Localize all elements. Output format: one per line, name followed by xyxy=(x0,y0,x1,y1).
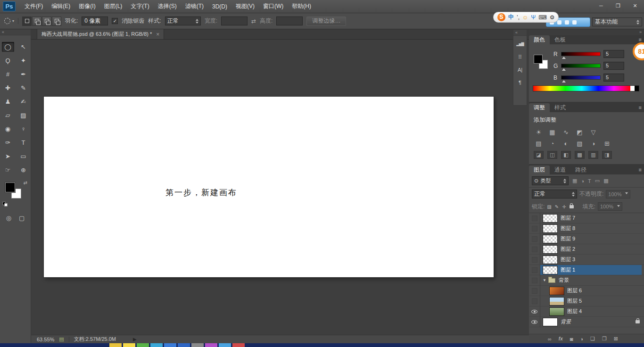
lock-all-icon[interactable] xyxy=(570,205,574,208)
levels-icon[interactable]: ▦ xyxy=(547,128,557,136)
blur-tool[interactable]: ◉ xyxy=(2,124,14,134)
clone-stamp-tool[interactable]: ♟ xyxy=(2,97,14,107)
ime-settings-icon[interactable]: ⚙ xyxy=(550,14,555,21)
layer-row[interactable]: 图层 2 xyxy=(529,244,644,255)
visibility-toggle[interactable] xyxy=(529,317,540,327)
taskbar-app-icon[interactable] xyxy=(150,343,163,347)
visibility-toggle[interactable] xyxy=(529,223,540,234)
visibility-toggle[interactable] xyxy=(529,265,540,275)
width-input[interactable] xyxy=(221,17,248,25)
status-expand-arrow[interactable]: ▶ xyxy=(133,337,137,342)
spectrum-gradient[interactable] xyxy=(533,86,630,91)
channel-mixer-icon[interactable]: ◑ xyxy=(588,140,598,148)
eraser-tool[interactable]: ▱ xyxy=(2,110,14,120)
spectrum-black[interactable] xyxy=(635,86,639,91)
tab-swatches[interactable]: 色板 xyxy=(550,35,570,44)
visibility-toggle[interactable] xyxy=(529,306,540,317)
elliptical-marquee-tool[interactable]: ◯ xyxy=(2,42,14,52)
menu-filter[interactable]: 滤镜(T) xyxy=(181,0,208,13)
screen-mode-button[interactable]: ▢ xyxy=(19,215,25,222)
lasso-tool[interactable]: Ϙ xyxy=(2,56,14,66)
photo-filter-icon[interactable]: ▧ xyxy=(575,140,585,148)
blue-slider[interactable] xyxy=(561,75,601,80)
intersect-selection-button[interactable] xyxy=(52,17,61,26)
layer-thumbnail[interactable] xyxy=(543,256,558,264)
hand-tool[interactable]: ☞ xyxy=(2,165,14,175)
color-lookup-icon[interactable]: ⊞ xyxy=(602,140,612,148)
pen-tool[interactable]: ✑ xyxy=(2,138,14,148)
taskbar-app-icon[interactable] xyxy=(164,343,176,347)
menu-layer[interactable]: 图层(L) xyxy=(100,0,127,13)
menu-type[interactable]: 文字(T) xyxy=(126,0,153,13)
gradient-tool[interactable]: ▨ xyxy=(17,110,30,120)
new-layer-icon[interactable]: ❐ xyxy=(602,336,607,342)
dock-collapse[interactable]: « xyxy=(513,30,527,36)
filter-adjustment-layers-icon[interactable]: ◑ xyxy=(581,178,584,184)
group-expand-caret-icon[interactable]: ▼ xyxy=(543,278,546,282)
sogou-logo[interactable]: S xyxy=(497,13,505,21)
layer-thumbnail[interactable] xyxy=(549,307,564,316)
filter-type-layers-icon[interactable]: T xyxy=(588,178,591,184)
panel-menu-icon[interactable]: ≡ xyxy=(639,37,642,42)
visibility-toggle[interactable] xyxy=(529,244,540,255)
visibility-toggle[interactable] xyxy=(529,275,540,286)
taskbar-app-icon[interactable] xyxy=(219,343,231,347)
black-white-icon[interactable]: ◐ xyxy=(561,140,571,148)
blend-mode-select[interactable]: 正常 xyxy=(532,190,577,198)
close-tab-icon[interactable]: × xyxy=(156,31,159,38)
menu-window[interactable]: 窗口(W) xyxy=(259,0,288,13)
ime-lang-icon[interactable]: 中 xyxy=(508,13,514,21)
color-balance-icon[interactable]: ◔ xyxy=(547,140,557,148)
layer-filter-select[interactable]: ⊙ 类型 xyxy=(532,176,569,185)
extra-adjustment-icon[interactable]: ◨ xyxy=(602,151,612,159)
blue-value-field[interactable]: 5 xyxy=(603,74,624,82)
subtract-from-selection-button[interactable] xyxy=(42,17,51,26)
new-selection-button[interactable] xyxy=(22,17,32,26)
layer-thumbnail[interactable] xyxy=(543,266,558,274)
type-tool[interactable]: T xyxy=(17,138,30,148)
taskbar-app-icon[interactable] xyxy=(232,343,245,347)
filter-shape-layers-icon[interactable]: ▭ xyxy=(595,178,600,184)
style-select[interactable]: 正常 xyxy=(165,17,201,25)
spectrum-white[interactable] xyxy=(630,86,635,91)
add-to-selection-button[interactable] xyxy=(32,17,41,26)
brush-presets-panel-icon[interactable]: ⠿ xyxy=(518,54,522,60)
history-brush-tool[interactable]: ✍ xyxy=(17,97,30,107)
ime-mic-icon[interactable]: Ψ xyxy=(531,14,536,21)
swap-dimensions-icon[interactable]: ⇄ xyxy=(251,18,256,25)
tab-styles[interactable]: 样式 xyxy=(550,103,570,112)
path-selection-tool[interactable]: ➤ xyxy=(2,151,14,161)
character-panel-icon[interactable]: A| xyxy=(518,67,522,73)
color-spectrum-bar[interactable] xyxy=(533,85,639,91)
opacity-field[interactable]: 100% xyxy=(606,190,630,198)
lock-transparent-icon[interactable]: ▨ xyxy=(547,204,551,209)
move-tool[interactable]: ↖ xyxy=(17,42,30,52)
taskbar-app-icon[interactable] xyxy=(123,343,135,347)
foreground-color-swatch[interactable] xyxy=(5,182,15,192)
ime-keyboard-icon[interactable]: ⌨ xyxy=(538,14,546,21)
ime-emoji-icon[interactable]: ☺ xyxy=(522,14,528,21)
tool-preset-picker[interactable]: ▾ xyxy=(4,18,18,24)
menu-select[interactable]: 选择(S) xyxy=(154,0,181,13)
vibrance-icon[interactable]: ▽ xyxy=(588,128,598,136)
swap-colors-icon[interactable]: ⇄ xyxy=(24,180,27,185)
brightness-contrast-icon[interactable]: ☀ xyxy=(534,128,544,136)
lock-position-icon[interactable]: ✛ xyxy=(562,204,566,209)
taskbar-app-icon[interactable] xyxy=(137,343,149,347)
zoom-level-field[interactable]: 63.55% xyxy=(37,337,54,342)
zoom-tool[interactable]: ⊕ xyxy=(17,165,30,175)
layer-row[interactable]: 图层 9 xyxy=(529,234,644,244)
link-layers-icon[interactable]: ∞ xyxy=(548,336,552,342)
curves-icon[interactable]: ∿ xyxy=(561,128,571,136)
menu-file[interactable]: 文件(F) xyxy=(20,0,47,13)
panel-menu-icon[interactable]: ≡ xyxy=(639,105,642,110)
close-button[interactable]: ✕ xyxy=(628,1,642,10)
delete-layer-icon[interactable]: ⊠ xyxy=(614,336,618,342)
taskbar-app-icon[interactable] xyxy=(191,343,204,347)
antialias-checkbox[interactable]: ✓ xyxy=(112,18,118,24)
paragraph-panel-icon[interactable]: ¶ xyxy=(519,80,521,85)
dodge-tool[interactable]: ♀ xyxy=(17,124,30,134)
layer-row[interactable]: 图层 3 xyxy=(529,255,644,265)
taskbar-app-icon[interactable] xyxy=(205,343,217,347)
brush-tool[interactable]: ✎ xyxy=(17,83,30,93)
